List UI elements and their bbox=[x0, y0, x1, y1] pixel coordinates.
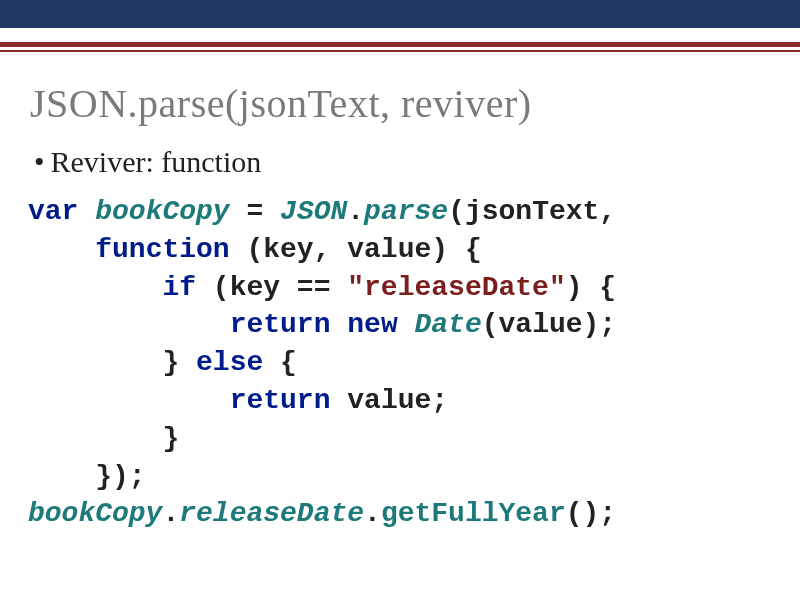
dot: . bbox=[347, 196, 364, 227]
kw-return: return bbox=[230, 309, 331, 340]
kw-new: new bbox=[347, 309, 397, 340]
brace: } bbox=[162, 423, 179, 454]
str-releasedate: "releaseDate" bbox=[347, 272, 565, 303]
id-bookcopy: bookCopy bbox=[95, 196, 229, 227]
kw-return: return bbox=[230, 385, 331, 416]
type-json: JSON bbox=[280, 196, 347, 227]
bullet-reviver: Reviver: function bbox=[34, 145, 766, 179]
dot: . bbox=[162, 498, 179, 529]
date-args: (value); bbox=[482, 309, 616, 340]
cond-close: ) { bbox=[566, 272, 616, 303]
slide-title: JSON.parse(jsonText, reviver) bbox=[30, 80, 770, 127]
kw-var: var bbox=[28, 196, 78, 227]
cond-open: (key == bbox=[196, 272, 347, 303]
fn-params: (key, value) { bbox=[230, 234, 482, 265]
divider bbox=[0, 42, 800, 52]
kw-if: if bbox=[162, 272, 196, 303]
indent bbox=[28, 385, 230, 416]
id-parse: parse bbox=[364, 196, 448, 227]
type-date: Date bbox=[415, 309, 482, 340]
brace: { bbox=[263, 347, 297, 378]
ret-val: value; bbox=[330, 385, 448, 416]
id-bookcopy: bookCopy bbox=[28, 498, 162, 529]
brace: } bbox=[162, 347, 196, 378]
code-block: var bookCopy = JSON.parse(jsonText, func… bbox=[28, 193, 772, 533]
id-releasedate: releaseDate bbox=[179, 498, 364, 529]
kw-else: else bbox=[196, 347, 263, 378]
header-band bbox=[0, 0, 800, 28]
sp bbox=[330, 309, 347, 340]
closing: }); bbox=[95, 461, 145, 492]
indent bbox=[28, 234, 95, 265]
mem-getfullyear: getFullYear bbox=[381, 498, 566, 529]
op-eq: = bbox=[230, 196, 280, 227]
indent bbox=[28, 272, 162, 303]
sp bbox=[398, 309, 415, 340]
indent bbox=[28, 461, 95, 492]
call-end: (); bbox=[566, 498, 616, 529]
indent bbox=[28, 423, 162, 454]
kw-function: function bbox=[95, 234, 229, 265]
indent bbox=[28, 309, 230, 340]
args-open: (jsonText, bbox=[448, 196, 616, 227]
dot: . bbox=[364, 498, 381, 529]
indent bbox=[28, 347, 162, 378]
